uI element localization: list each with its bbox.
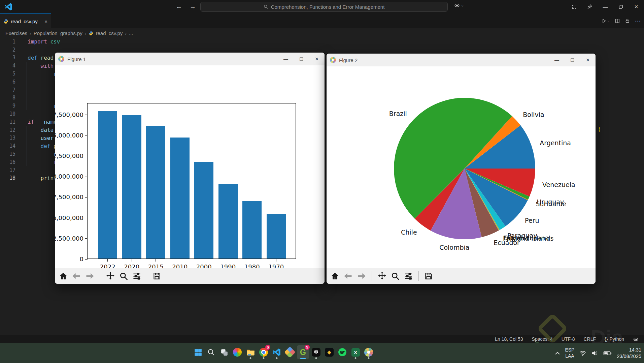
minimize-button[interactable]: — xyxy=(549,54,565,66)
breadcrumb-item[interactable]: Exercises xyxy=(5,30,27,36)
bar xyxy=(170,138,190,259)
figure1-titlebar[interactable]: Figure 1 — □ × xyxy=(55,53,325,65)
running-indicator xyxy=(263,357,265,359)
save-icon[interactable] xyxy=(424,272,433,280)
pan-icon[interactable] xyxy=(377,271,387,281)
code-text: r xyxy=(28,159,57,165)
keyboard-layout[interactable]: ESP LAA xyxy=(565,347,574,359)
file-explorer-button[interactable] xyxy=(244,345,257,359)
copilot-taskbar-button[interactable] xyxy=(231,345,243,359)
indent-guide xyxy=(27,126,27,166)
wifi-icon[interactable] xyxy=(579,350,586,356)
toolbar-separator xyxy=(147,271,147,281)
maximize-button[interactable]: □ xyxy=(565,54,580,66)
screen-app-button[interactable]: G S xyxy=(297,345,309,359)
pie-label: Venezuela xyxy=(542,181,575,188)
volume-icon[interactable] xyxy=(591,350,599,356)
line-number: 13 xyxy=(0,135,15,141)
running-indicator xyxy=(315,357,317,359)
task-view-icon xyxy=(220,348,229,357)
back-icon[interactable] xyxy=(72,271,81,281)
battery-icon[interactable] xyxy=(603,351,612,356)
pan-icon[interactable] xyxy=(106,271,115,281)
x-tick xyxy=(228,259,228,262)
y-tick xyxy=(85,177,88,177)
back-arrow-icon[interactable]: ← xyxy=(176,3,182,10)
x-tick xyxy=(156,259,156,262)
cursor-position[interactable]: Ln 18, Col 53 xyxy=(495,336,523,342)
split-editor-icon[interactable] xyxy=(615,18,620,24)
y-tick xyxy=(85,238,88,239)
close-button[interactable]: × xyxy=(309,53,325,65)
home-icon[interactable] xyxy=(59,272,68,280)
maximize-button[interactable]: □ xyxy=(294,53,309,65)
y-tick xyxy=(85,218,88,218)
encoding[interactable]: UTF-8 xyxy=(562,336,575,342)
tray-chevron-up-icon[interactable] xyxy=(555,352,560,355)
zoom-icon[interactable] xyxy=(119,272,128,281)
tab-close-icon[interactable]: × xyxy=(44,19,47,24)
code-text: import csv xyxy=(28,38,60,45)
matplotlib-window-button[interactable] xyxy=(363,345,375,359)
close-button[interactable]: × xyxy=(580,54,596,66)
vscode-taskbar-button[interactable] xyxy=(271,345,283,359)
binance-button[interactable]: ◆ xyxy=(323,345,335,359)
figure1-window[interactable]: Figure 1 — □ × 02,500,0005,000,0007,500,… xyxy=(55,53,325,284)
bar xyxy=(242,201,262,259)
screen: ← → Comprehension, Functions and Error M… xyxy=(0,0,644,363)
task-view-button[interactable] xyxy=(218,345,230,359)
close-button[interactable]: × xyxy=(629,0,644,13)
figure2-titlebar[interactable]: Figure 2 — □ × xyxy=(327,54,596,66)
fullscreen-button[interactable] xyxy=(567,0,582,13)
line-number: 16 xyxy=(0,159,15,165)
breadcrumb-item[interactable]: ... xyxy=(129,30,133,36)
pin-button[interactable] xyxy=(582,0,598,13)
toolbar-separator xyxy=(100,271,100,281)
chevron-right-icon: › xyxy=(85,31,87,36)
forward-icon[interactable] xyxy=(357,271,366,281)
breadcrumb-item[interactable]: Population_graphs.py xyxy=(34,30,82,36)
tab-read-csv[interactable]: read_csv.py × xyxy=(0,13,51,28)
start-button[interactable] xyxy=(192,345,204,359)
taskbar-icons: S G S ◆ xyxy=(192,345,375,359)
command-center-search[interactable]: Comprehension, Functions and Error Manag… xyxy=(200,2,448,12)
run-button[interactable]: ⌄ xyxy=(601,18,610,24)
configure-subplots-icon[interactable] xyxy=(132,272,141,281)
code-line[interactable]: 1import csv xyxy=(0,38,644,46)
minimize-button[interactable]: — xyxy=(598,0,613,13)
unlock-icon[interactable] xyxy=(625,18,630,24)
history-nav: ← → xyxy=(176,0,196,13)
home-icon[interactable] xyxy=(331,272,339,280)
restore-button[interactable] xyxy=(613,0,629,13)
pie-label: Peru xyxy=(525,217,539,224)
code-text: ' xyxy=(28,79,57,85)
chevron-down-icon: ⌄ xyxy=(461,3,464,7)
configure-subplots-icon[interactable] xyxy=(404,272,413,281)
taskbar: S G S ◆ xyxy=(0,343,644,363)
chatgpt-button[interactable] xyxy=(310,345,322,359)
bar xyxy=(194,162,213,259)
python-icon xyxy=(89,31,93,36)
zoom-icon[interactable] xyxy=(391,272,400,281)
figure2-window[interactable]: Figure 2 — □ × ArgentinaBoliviaBrazilChi… xyxy=(327,54,596,284)
y-tick-label: 2,500,000 xyxy=(55,235,83,242)
spotify-button[interactable] xyxy=(336,345,348,359)
clock[interactable]: 14:31 23/08/2025 xyxy=(617,347,641,360)
copilot-menu[interactable]: ⌄ xyxy=(454,2,464,8)
save-icon[interactable] xyxy=(152,272,161,280)
more-actions-icon[interactable]: ⋯ xyxy=(635,18,641,25)
code-text: r xyxy=(28,71,57,77)
minimize-button[interactable]: — xyxy=(278,53,294,65)
line-number: 15 xyxy=(0,151,15,157)
diagram-app-button[interactable] xyxy=(284,345,296,359)
forward-icon[interactable] xyxy=(85,271,95,281)
chrome-button[interactable]: S xyxy=(258,345,270,359)
excel-button[interactable]: X xyxy=(349,345,362,359)
back-icon[interactable] xyxy=(343,271,353,281)
taskbar-search-button[interactable] xyxy=(205,345,217,359)
s-badge: S xyxy=(305,345,310,350)
forward-arrow-icon[interactable]: → xyxy=(190,3,196,10)
breadcrumb-item[interactable]: read_csv.py xyxy=(96,30,123,36)
copilot-status-icon[interactable] xyxy=(633,336,639,342)
line-number: 7 xyxy=(0,87,15,93)
